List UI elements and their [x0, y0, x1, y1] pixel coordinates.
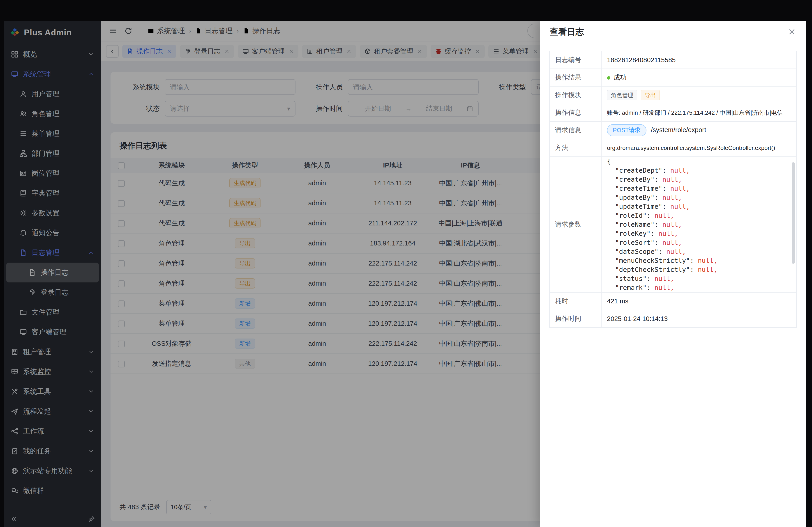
detail-label: 日志编号 — [549, 51, 601, 69]
detail-row-duration: 耗时 421 ms — [549, 292, 796, 310]
detail-label: 操作信息 — [549, 104, 601, 121]
view-log-drawer: 查看日志 日志编号 1882612840802115585 操作结果 成功 操作… — [540, 21, 806, 527]
request-url: /system/role/export — [651, 126, 706, 133]
drawer-title: 查看日志 — [550, 26, 584, 37]
request-params-json[interactable]: { "createDept": null, "createBy": null, … — [607, 157, 791, 292]
detail-row-module: 操作模块 角色管理导出 — [549, 86, 796, 104]
scrollbar-thumb[interactable] — [792, 162, 795, 264]
post-method-tag: POST请求 — [607, 124, 647, 136]
result-value: 成功 — [613, 74, 627, 81]
drawer-body: 日志编号 1882612840802115585 操作结果 成功 操作模块 角色… — [540, 43, 806, 335]
detail-label: 操作时间 — [549, 310, 601, 328]
detail-label: 操作模块 — [549, 86, 601, 104]
action-tag: 导出 — [641, 90, 660, 100]
detail-row-request: 请求信息 POST请求/system/role/export — [549, 121, 796, 139]
detail-label: 耗时 — [549, 292, 601, 310]
success-status-dot — [607, 76, 610, 79]
app-window: Plus Admin 概览 系统管理 用户管理 角色管理 菜单管理 部门管理 岗… — [4, 21, 806, 527]
log-detail-table: 日志编号 1882612840802115585 操作结果 成功 操作模块 角色… — [549, 51, 797, 328]
duration-value: 421 ms — [601, 292, 796, 310]
drawer-header: 查看日志 — [540, 21, 806, 43]
detail-label: 请求信息 — [549, 121, 601, 139]
detail-label: 操作结果 — [549, 69, 601, 86]
detail-row-op-time: 操作时间 2025-01-24 10:14:13 — [549, 310, 796, 328]
detail-row-info: 操作信息 账号: admin / 研发部门 / 222.175.114.242 … — [549, 104, 796, 121]
operation-info-value: 账号: admin / 研发部门 / 222.175.114.242 / 中国|… — [601, 104, 796, 121]
detail-row-params: 请求参数 { "createDept": null, "createBy": n… — [549, 157, 796, 292]
close-icon[interactable] — [788, 28, 796, 36]
module-tag: 角色管理 — [607, 90, 637, 100]
detail-row-log-id: 日志编号 1882612840802115585 — [549, 51, 796, 69]
method-value: org.dromara.system.controller.system.Sys… — [601, 139, 796, 157]
detail-row-result: 操作结果 成功 — [549, 69, 796, 86]
detail-label: 方法 — [549, 139, 601, 157]
op-time-value: 2025-01-24 10:14:13 — [601, 310, 796, 328]
log-id-value: 1882612840802115585 — [601, 51, 796, 69]
detail-row-method: 方法 org.dromara.system.controller.system.… — [549, 139, 796, 157]
detail-label: 请求参数 — [549, 157, 601, 292]
